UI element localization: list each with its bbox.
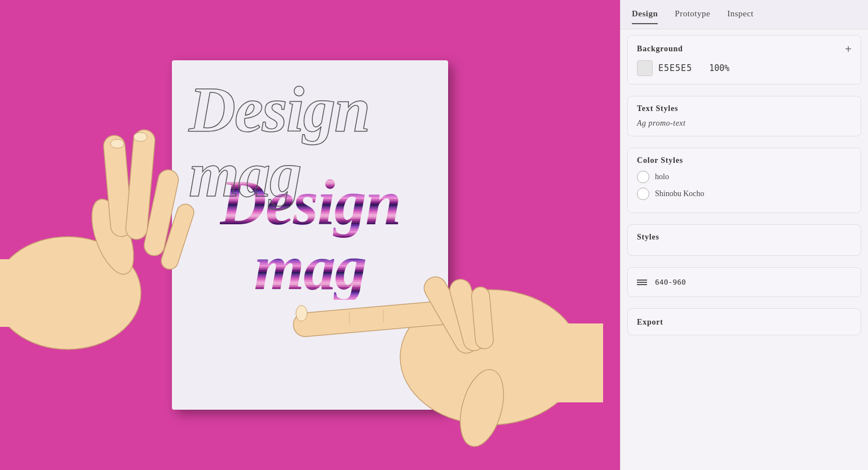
grid-line-1 — [637, 280, 647, 281]
magazine-text: Design mag — [220, 170, 400, 300]
tab-design[interactable]: Design — [632, 5, 658, 24]
grid-icon — [637, 280, 647, 285]
svg-point-16 — [453, 365, 511, 451]
color-styles-header: Color Styles — [637, 156, 852, 165]
svg-point-8 — [134, 132, 147, 141]
partial-styles-title: Styles — [637, 233, 659, 242]
background-add-button[interactable]: + — [845, 43, 852, 55]
background-section: Background + E5E5E5 100% — [627, 35, 861, 85]
partial-styles-header: Styles — [637, 233, 852, 242]
grid-section: 640-960 — [627, 267, 861, 297]
grid-line-3 — [637, 284, 647, 285]
tab-inspect[interactable]: Inspect — [727, 5, 754, 24]
svg-point-0 — [0, 237, 141, 349]
svg-rect-4 — [125, 129, 156, 241]
tabs-bar: Design Prototype Inspect — [621, 0, 868, 29]
background-section-header: Background + — [637, 43, 852, 55]
export-section: Export — [627, 308, 861, 335]
grid-line-2 — [637, 282, 647, 283]
text-styles-header: Text Styles — [637, 104, 852, 113]
text-style-item[interactable]: Ag promo-text — [637, 119, 852, 128]
text-styles-section: Text Styles Ag promo-text — [627, 96, 861, 136]
svg-rect-15 — [471, 286, 494, 349]
background-color-swatch[interactable] — [637, 60, 653, 76]
partial-styles-section: Styles — [627, 224, 861, 256]
tab-prototype[interactable]: Prototype — [675, 5, 710, 24]
svg-rect-10 — [519, 323, 603, 402]
magazine-card: Design mag Design mag — [172, 60, 448, 410]
color-style-name-shinobu: Shinobu Kocho — [655, 189, 705, 198]
grid-label: 640-960 — [655, 278, 686, 286]
color-style-row-shinobu: Shinobu Kocho — [637, 188, 852, 200]
color-styles-title: Color Styles — [637, 156, 683, 165]
export-title: Export — [637, 318, 663, 326]
background-opacity-value: 100% — [709, 63, 729, 73]
svg-point-2 — [83, 194, 142, 280]
right-panel: Design Prototype Inspect Background + E5… — [620, 0, 868, 470]
svg-rect-3 — [103, 135, 133, 238]
background-title: Background — [637, 45, 683, 54]
background-color-row: E5E5E5 100% — [637, 60, 852, 76]
color-swatch-holo[interactable] — [637, 171, 649, 183]
svg-point-7 — [110, 139, 124, 148]
color-style-row-holo: holo — [637, 171, 852, 183]
color-styles-section: Color Styles holo Shinobu Kocho — [627, 148, 861, 213]
color-style-name-holo: holo — [655, 172, 669, 181]
svg-rect-1 — [0, 259, 73, 327]
svg-rect-14 — [448, 277, 487, 353]
canvas-area: Design mag Design mag — [0, 0, 620, 470]
color-swatch-shinobu[interactable] — [637, 188, 649, 200]
text-styles-title: Text Styles — [637, 104, 678, 113]
background-hex-value: E5E5E5 — [658, 63, 692, 73]
grid-row: 640-960 — [637, 276, 852, 289]
